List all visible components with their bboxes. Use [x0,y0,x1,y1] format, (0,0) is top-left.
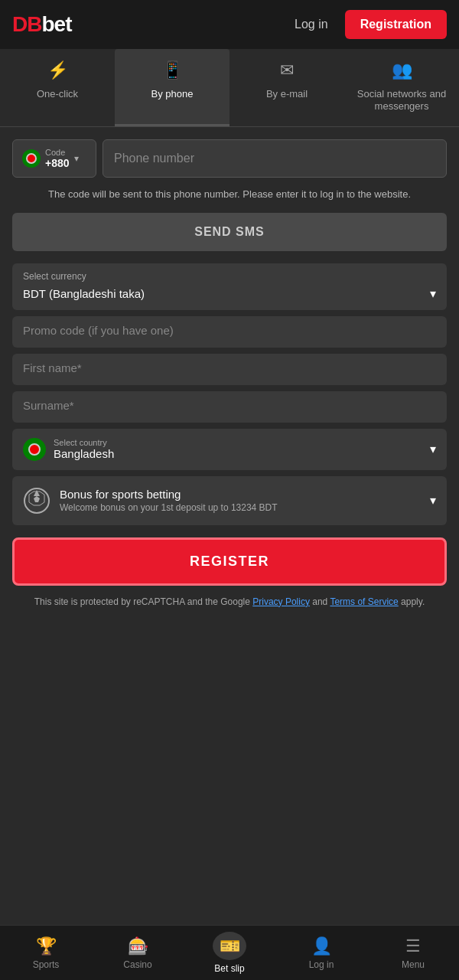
email-icon: ✉ [280,60,294,82]
currency-value: BDT (Bangladeshi taka) [23,287,145,300]
currency-chevron-icon: ▾ [430,286,436,301]
currency-field[interactable]: Select currency BDT (Bangladeshi taka) ▾ [12,263,447,310]
country-select[interactable]: Select country Bangladesh ▾ [12,429,447,470]
sms-hint: The code will be sent to this phone numb… [12,187,447,202]
logo-bet: bet [41,12,71,36]
first-name-field [12,354,447,385]
logo: DBbet [12,12,71,37]
country-name: Bangladesh [54,447,422,460]
legal-text: This site is protected by reCAPTCHA and … [12,595,447,671]
menu-icon: ☰ [405,936,421,956]
code-text: Code +880 [45,148,70,169]
country-code-button[interactable]: Code +880 ▾ [12,139,96,178]
user-icon: 👤 [311,936,332,956]
privacy-policy-link[interactable]: Privacy Policy [252,596,310,607]
trophy-icon: 🏆 [36,936,57,956]
nav-menu[interactable]: ☰ Menu [367,926,459,980]
form-area: Code +880 ▾ The code will be sent to thi… [0,127,459,683]
currency-label: Select currency [12,263,447,283]
tab-social-label: Social networks and messengers [349,88,454,114]
tab-by-email[interactable]: ✉ By e-mail [230,49,344,126]
code-value: +880 [45,157,70,169]
header: DBbet Log in Registration [0,0,459,49]
surname-input[interactable] [12,391,447,423]
registration-tabs: ⚡ One-click 📱 By phone ✉ By e-mail 👥 Soc… [0,49,459,127]
bonus-select[interactable]: Bonus for sports betting Welcome bonus o… [12,476,447,525]
phone-icon: 📱 [162,60,183,82]
code-label: Code [45,148,65,157]
bonus-info: Bonus for sports betting Welcome bonus o… [60,488,421,513]
header-actions: Log in Registration [285,10,447,39]
register-button[interactable]: REGISTER [12,537,447,586]
chevron-down-icon: ▾ [74,153,79,164]
surname-field [12,391,447,423]
soccer-ball-icon [23,487,50,514]
first-name-input[interactable] [12,354,447,385]
nav-menu-label: Menu [402,959,425,970]
country-info: Select country Bangladesh [54,438,422,460]
terms-link[interactable]: Terms of Service [330,596,398,607]
country-chevron-icon: ▾ [430,442,436,456]
header-register-button[interactable]: Registration [345,10,447,39]
bet-slip-icon: 🎫 [220,936,240,956]
nav-casino-label: Casino [123,959,151,970]
tab-by-phone-label: By phone [151,88,194,101]
tab-one-click-label: One-click [37,88,78,101]
nav-bet-slip-label: Bet slip [214,963,244,974]
promo-code-input[interactable] [12,316,447,348]
bet-slip-icon-wrap: 🎫 [213,932,246,960]
login-button[interactable]: Log in [285,11,337,38]
phone-row: Code +880 ▾ [12,139,447,178]
tab-one-click[interactable]: ⚡ One-click [0,49,115,126]
tab-by-email-label: By e-mail [266,88,308,101]
send-sms-button[interactable]: SEND SMS [12,213,447,251]
bonus-title: Bonus for sports betting [60,488,421,501]
legal-text-middle: and [310,596,330,607]
nav-sports-label: Sports [33,959,60,970]
legal-text-after: apply. [399,596,425,607]
country-sublabel: Select country [54,438,422,447]
legal-text-before: This site is protected by reCAPTCHA and … [34,596,252,607]
nav-login-label: Log in [309,959,334,970]
nav-casino[interactable]: 🎰 Casino [92,926,184,980]
nav-login[interactable]: 👤 Log in [275,926,367,980]
bonus-chevron-icon: ▾ [430,493,436,508]
promo-code-field [12,316,447,348]
svg-marker-3 [34,496,40,502]
tab-social[interactable]: 👥 Social networks and messengers [344,49,459,126]
lightning-icon: ⚡ [47,60,68,82]
nav-bet-slip[interactable]: 🎫 Bet slip [184,926,275,980]
svg-marker-1 [34,490,40,496]
casino-icon: 🎰 [128,936,148,956]
tab-by-phone[interactable]: 📱 By phone [115,49,230,126]
bangladesh-flag [22,149,41,168]
currency-select[interactable]: BDT (Bangladeshi taka) ▾ [12,283,447,310]
country-flag-icon [23,438,46,461]
social-icon: 👥 [392,60,412,82]
bottom-nav: 🏆 Sports 🎰 Casino 🎫 Bet slip 👤 Log in ☰ … [0,925,459,980]
bonus-desc: Welcome bonus on your 1st deposit up to … [60,502,421,513]
nav-sports[interactable]: 🏆 Sports [0,926,92,980]
phone-input[interactable] [103,139,447,178]
logo-db: DB [12,12,41,36]
